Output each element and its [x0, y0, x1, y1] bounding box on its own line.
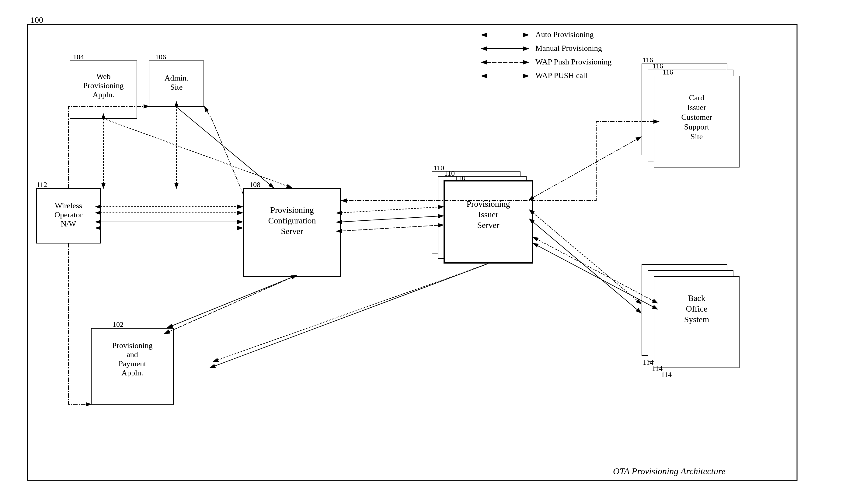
- ref-110c: 110: [455, 174, 465, 182]
- ref-104: 104: [73, 53, 84, 61]
- ref-116c: 116: [662, 68, 673, 76]
- web-prov-label2: Provisioning: [83, 81, 124, 90]
- ref-110a: 110: [433, 164, 444, 172]
- back-office-label1: Back: [688, 293, 706, 303]
- prov-config-label3: Server: [281, 227, 303, 236]
- card-issuer-label2: Issuer: [687, 103, 706, 112]
- card-issuer-label5: Site: [691, 132, 703, 141]
- ref-106: 106: [155, 53, 166, 61]
- prov-payment-label1: Provisioning: [112, 341, 153, 350]
- web-prov-label: Web: [97, 72, 111, 81]
- prov-payment-label2: and: [126, 350, 138, 359]
- wireless-op-label2: Operator: [54, 210, 83, 219]
- back-office-label3: System: [684, 314, 709, 324]
- ref-100: 100: [31, 15, 43, 24]
- ref-108: 108: [249, 181, 260, 188]
- legend-manual-text: Manual Provisioning: [535, 44, 602, 53]
- ref-116a: 116: [642, 56, 653, 64]
- ref-110b: 110: [444, 169, 455, 177]
- web-prov-label3: Appln.: [92, 90, 115, 99]
- ref-102: 102: [113, 320, 123, 328]
- prov-config-label1: Provisioning: [270, 205, 314, 215]
- ref-116b: 116: [653, 62, 663, 70]
- prov-issuer-label2: Issuer: [478, 210, 499, 219]
- ref-112: 112: [36, 181, 47, 188]
- main-diagram: 100 Auto Provisioning Manual Provisionin…: [0, 0, 846, 504]
- legend-wap-push-call-text: WAP PUSH call: [535, 71, 587, 80]
- card-issuer-label1: Card: [689, 93, 705, 102]
- prov-config-label2: Configuration: [268, 216, 316, 225]
- wireless-op-label1: Wireless: [55, 201, 82, 210]
- back-office-label2: Office: [686, 304, 708, 313]
- card-issuer-label3: Customer: [681, 113, 712, 122]
- prov-payment-label3: Payment: [119, 359, 146, 368]
- card-issuer-box: [654, 76, 739, 167]
- card-issuer-label4: Support: [684, 123, 709, 131]
- prov-issuer-label3: Server: [477, 220, 500, 230]
- wireless-op-label3: N/W: [61, 219, 76, 228]
- ref-114c: 114: [661, 371, 672, 378]
- legend-auto-text: Auto Provisioning: [535, 30, 593, 39]
- prov-payment-label4: Appln.: [121, 368, 143, 377]
- admin-site-label2: Site: [170, 83, 183, 91]
- legend-wap-push-text: WAP Push Provisioning: [535, 57, 611, 66]
- admin-site-label: Admin.: [165, 74, 189, 83]
- diagram-title: OTA Provisioning Architecture: [613, 466, 726, 476]
